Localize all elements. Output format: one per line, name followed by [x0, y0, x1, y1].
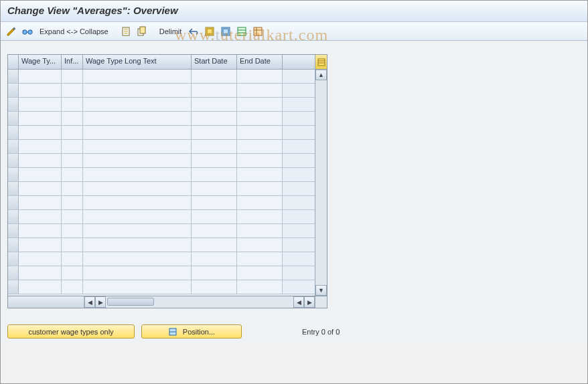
cell-inf[interactable] — [62, 196, 83, 209]
scroll-left-icon[interactable]: ◀ — [84, 296, 95, 308]
cell-end-date[interactable] — [237, 98, 283, 111]
select-all-icon[interactable] — [203, 25, 216, 38]
table-row[interactable] — [8, 112, 315, 126]
cell-long-text[interactable] — [83, 210, 192, 223]
cell-start-date[interactable] — [192, 238, 237, 252]
row-selector[interactable] — [8, 140, 19, 153]
scroll-left-end-icon[interactable]: ◀ — [293, 296, 304, 308]
cell-end-date[interactable] — [237, 154, 283, 167]
cell-wage-type[interactable] — [19, 154, 62, 167]
scroll-track[interactable] — [315, 80, 327, 285]
cell-inf[interactable] — [62, 154, 83, 167]
row-selector[interactable] — [8, 196, 19, 209]
cell-wage-type[interactable] — [19, 84, 62, 97]
configure-columns-icon[interactable] — [315, 55, 327, 70]
row-selector[interactable] — [8, 84, 19, 97]
cell-inf[interactable] — [62, 112, 83, 125]
cell-long-text[interactable] — [83, 266, 192, 280]
horizontal-scrollbar[interactable]: ◀ ▶ ◀ ▶ — [7, 296, 327, 308]
cell-inf[interactable] — [62, 98, 83, 111]
position-button[interactable]: Position... — [141, 324, 242, 339]
cell-start-date[interactable] — [192, 196, 237, 209]
cell-start-date[interactable] — [192, 224, 237, 237]
row-selector[interactable] — [8, 126, 19, 139]
table-row[interactable] — [8, 140, 315, 154]
cell-start-date[interactable] — [192, 98, 237, 111]
cell-start-date[interactable] — [192, 112, 237, 125]
column-header-wage-type[interactable]: Wage Ty... — [19, 55, 62, 69]
cell-inf[interactable] — [62, 266, 83, 280]
glasses-icon[interactable] — [21, 25, 34, 38]
cell-long-text[interactable] — [83, 168, 192, 181]
row-selector[interactable] — [8, 238, 19, 252]
column-header-end-date[interactable]: End Date — [237, 55, 283, 69]
scroll-right-step-icon[interactable]: ▶ — [95, 296, 106, 308]
row-selector[interactable] — [8, 98, 19, 111]
cell-end-date[interactable] — [237, 266, 283, 280]
cell-end-date[interactable] — [237, 238, 283, 252]
cell-long-text[interactable] — [83, 84, 192, 97]
cell-wage-type[interactable] — [19, 210, 62, 223]
cell-long-text[interactable] — [83, 70, 192, 83]
cell-long-text[interactable] — [83, 238, 192, 252]
cell-start-date[interactable] — [192, 70, 237, 83]
row-selector[interactable] — [8, 280, 19, 294]
scroll-down-icon[interactable]: ▼ — [315, 285, 327, 296]
row-selector[interactable] — [8, 154, 19, 167]
column-header-long-text[interactable]: Wage Type Long Text — [83, 55, 192, 69]
cell-wage-type[interactable] — [19, 252, 62, 266]
cell-start-date[interactable] — [192, 280, 237, 294]
cell-inf[interactable] — [62, 168, 83, 181]
row-selector[interactable] — [8, 224, 19, 237]
cell-inf[interactable] — [62, 238, 83, 252]
cell-wage-type[interactable] — [19, 140, 62, 153]
row-selector[interactable] — [8, 168, 19, 181]
cell-inf[interactable] — [62, 224, 83, 237]
table-row[interactable] — [8, 238, 315, 252]
copy-icon[interactable] — [135, 25, 149, 38]
cell-start-date[interactable] — [192, 84, 237, 97]
cell-wage-type[interactable] — [19, 196, 62, 209]
table-row[interactable] — [8, 210, 315, 224]
table-row[interactable] — [8, 98, 315, 112]
table-row[interactable] — [8, 252, 315, 266]
cell-end-date[interactable] — [237, 182, 283, 195]
cell-inf[interactable] — [62, 84, 83, 97]
customer-wage-types-button[interactable]: customer wage types only — [7, 324, 135, 339]
cell-end-date[interactable] — [237, 70, 283, 83]
cell-wage-type[interactable] — [19, 126, 62, 139]
hscroll-thumb[interactable] — [107, 298, 154, 306]
cell-inf[interactable] — [62, 252, 83, 266]
cell-wage-type[interactable] — [19, 280, 62, 294]
undo-icon[interactable] — [187, 25, 200, 38]
cell-long-text[interactable] — [83, 196, 192, 209]
cell-end-date[interactable] — [237, 224, 283, 237]
vertical-scrollbar[interactable]: ▲ ▼ — [315, 55, 327, 296]
table-row[interactable] — [8, 154, 315, 168]
cell-wage-type[interactable] — [19, 266, 62, 280]
expand-collapse-button[interactable]: Expand <-> Collapse — [37, 25, 111, 38]
table-row[interactable] — [8, 280, 315, 294]
cell-long-text[interactable] — [83, 252, 192, 266]
cell-wage-type[interactable] — [19, 70, 62, 83]
cell-start-date[interactable] — [192, 126, 237, 139]
row-selector[interactable] — [8, 266, 19, 280]
cell-wage-type[interactable] — [19, 238, 62, 252]
cell-wage-type[interactable] — [19, 168, 62, 181]
row-selector[interactable] — [8, 252, 19, 266]
table-row[interactable] — [8, 266, 315, 280]
delimit-button[interactable]: Delimit — [157, 25, 185, 38]
cell-long-text[interactable] — [83, 112, 192, 125]
table-row[interactable] — [8, 224, 315, 238]
cell-long-text[interactable] — [83, 140, 192, 153]
column-header-start-date[interactable]: Start Date — [192, 55, 237, 69]
cell-wage-type[interactable] — [19, 98, 62, 111]
cell-long-text[interactable] — [83, 154, 192, 167]
cell-end-date[interactable] — [237, 280, 283, 294]
cell-inf[interactable] — [62, 126, 83, 139]
row-selector[interactable] — [8, 112, 19, 125]
cell-end-date[interactable] — [237, 168, 283, 181]
cell-end-date[interactable] — [237, 252, 283, 266]
cell-inf[interactable] — [62, 140, 83, 153]
deselect-all-icon[interactable] — [219, 25, 232, 38]
